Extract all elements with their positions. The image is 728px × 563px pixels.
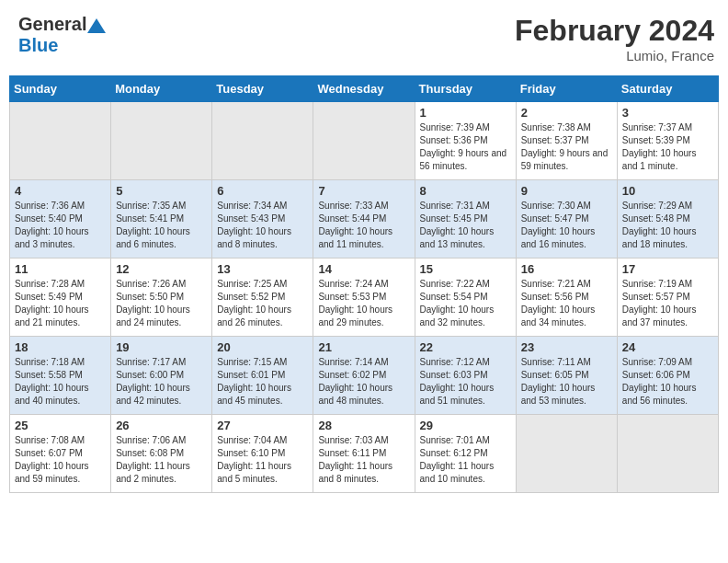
calendar-cell: 5 Sunrise: 7:35 AM Sunset: 5:41 PM Dayli… <box>111 180 212 259</box>
calendar-cell <box>617 415 718 493</box>
sunrise: Sunrise: 7:36 AM <box>15 201 85 211</box>
sunrise: Sunrise: 7:21 AM <box>521 279 591 289</box>
day-number: 5 <box>116 184 207 198</box>
calendar-cell: 25 Sunrise: 7:08 AM Sunset: 6:07 PM Dayl… <box>10 415 111 493</box>
day-info: Sunrise: 7:19 AM Sunset: 5:57 PM Dayligh… <box>622 278 713 329</box>
calendar-cell: 7 Sunrise: 7:33 AM Sunset: 5:44 PM Dayli… <box>313 180 415 259</box>
daylight: Daylight: 10 hours and 56 minutes. <box>622 383 697 406</box>
calendar-location: Lumio, France <box>515 48 714 63</box>
sunrise: Sunrise: 7:19 AM <box>622 279 692 289</box>
calendar-cell: 21 Sunrise: 7:14 AM Sunset: 6:02 PM Dayl… <box>313 337 415 415</box>
day-number: 18 <box>15 340 106 354</box>
sunset: Sunset: 6:11 PM <box>318 448 386 458</box>
sunset: Sunset: 5:50 PM <box>116 292 184 302</box>
calendar-cell: 16 Sunrise: 7:21 AM Sunset: 5:56 PM Dayl… <box>516 259 617 337</box>
calendar-cell: 23 Sunrise: 7:11 AM Sunset: 6:05 PM Dayl… <box>516 337 617 415</box>
daylight: Daylight: 11 hours and 10 minutes. <box>420 461 495 484</box>
day-number: 26 <box>116 419 207 432</box>
calendar-cell: 2 Sunrise: 7:38 AM Sunset: 5:37 PM Dayli… <box>516 102 617 180</box>
sunset: Sunset: 5:47 PM <box>521 213 589 224</box>
day-info: Sunrise: 7:18 AM Sunset: 5:58 PM Dayligh… <box>15 356 106 408</box>
day-info: Sunrise: 7:22 AM Sunset: 5:54 PM Dayligh… <box>420 278 511 329</box>
day-info: Sunrise: 7:30 AM Sunset: 5:47 PM Dayligh… <box>521 200 612 251</box>
day-info: Sunrise: 7:24 AM Sunset: 5:53 PM Dayligh… <box>318 278 409 329</box>
sunrise: Sunrise: 7:29 AM <box>622 201 692 211</box>
sunset: Sunset: 5:58 PM <box>15 370 83 380</box>
calendar-row-4: 25 Sunrise: 7:08 AM Sunset: 6:07 PM Dayl… <box>10 415 719 493</box>
sunset: Sunset: 5:56 PM <box>521 292 589 302</box>
sunrise: Sunrise: 7:03 AM <box>318 435 388 445</box>
sunset: Sunset: 6:12 PM <box>420 448 488 458</box>
day-number: 27 <box>217 419 308 432</box>
day-number: 11 <box>15 262 106 276</box>
page-header: General Blue February 2024 Lumio, France <box>9 9 719 68</box>
calendar-cell: 4 Sunrise: 7:36 AM Sunset: 5:40 PM Dayli… <box>10 180 111 259</box>
calendar-cell <box>212 102 313 180</box>
day-number: 15 <box>420 262 511 276</box>
logo-icon <box>87 18 106 33</box>
calendar-cell: 3 Sunrise: 7:37 AM Sunset: 5:39 PM Dayli… <box>617 102 718 180</box>
sunrise: Sunrise: 7:09 AM <box>622 357 692 367</box>
day-info: Sunrise: 7:15 AM Sunset: 6:01 PM Dayligh… <box>217 356 308 408</box>
daylight: Daylight: 10 hours and 48 minutes. <box>318 383 392 406</box>
sunset: Sunset: 5:53 PM <box>318 292 386 302</box>
daylight: Daylight: 10 hours and 18 minutes. <box>622 226 697 249</box>
daylight: Daylight: 10 hours and 37 minutes. <box>622 304 697 327</box>
sunset: Sunset: 6:05 PM <box>521 370 589 380</box>
calendar-row-3: 18 Sunrise: 7:18 AM Sunset: 5:58 PM Dayl… <box>10 337 719 415</box>
daylight: Daylight: 10 hours and 59 minutes. <box>15 461 89 484</box>
day-number: 17 <box>622 262 713 276</box>
daylight: Daylight: 10 hours and 51 minutes. <box>420 383 495 406</box>
daylight: Daylight: 11 hours and 8 minutes. <box>318 461 392 484</box>
daylight: Daylight: 10 hours and 26 minutes. <box>217 304 291 327</box>
day-info: Sunrise: 7:31 AM Sunset: 5:45 PM Dayligh… <box>420 200 511 251</box>
sunset: Sunset: 6:10 PM <box>217 448 285 458</box>
sunrise: Sunrise: 7:12 AM <box>420 357 490 367</box>
logo: General Blue <box>18 14 106 56</box>
sunset: Sunset: 6:07 PM <box>15 448 83 458</box>
calendar-row-2: 11 Sunrise: 7:28 AM Sunset: 5:49 PM Dayl… <box>10 259 719 337</box>
day-number: 21 <box>318 340 409 354</box>
day-number: 12 <box>116 262 207 276</box>
calendar-cell: 29 Sunrise: 7:01 AM Sunset: 6:12 PM Dayl… <box>415 415 516 493</box>
sunrise: Sunrise: 7:26 AM <box>116 279 186 289</box>
sunrise: Sunrise: 7:35 AM <box>116 201 186 211</box>
sunset: Sunset: 5:49 PM <box>15 292 83 302</box>
calendar-cell: 13 Sunrise: 7:25 AM Sunset: 5:52 PM Dayl… <box>212 259 313 337</box>
sunrise: Sunrise: 7:24 AM <box>318 279 388 289</box>
sunset: Sunset: 6:08 PM <box>116 448 184 458</box>
sunrise: Sunrise: 7:33 AM <box>318 201 388 211</box>
calendar-table: Sunday Monday Tuesday Wednesday Thursday… <box>9 75 719 493</box>
sunrise: Sunrise: 7:28 AM <box>15 279 85 289</box>
calendar-cell: 18 Sunrise: 7:18 AM Sunset: 5:58 PM Dayl… <box>10 337 111 415</box>
sunset: Sunset: 6:06 PM <box>622 370 690 380</box>
header-wednesday: Wednesday <box>313 76 415 102</box>
day-info: Sunrise: 7:39 AM Sunset: 5:36 PM Dayligh… <box>420 121 511 173</box>
daylight: Daylight: 10 hours and 16 minutes. <box>521 226 596 249</box>
day-number: 9 <box>521 184 612 198</box>
day-number: 4 <box>15 184 106 198</box>
day-number: 28 <box>318 419 409 432</box>
calendar-row-1: 4 Sunrise: 7:36 AM Sunset: 5:40 PM Dayli… <box>10 180 719 259</box>
daylight: Daylight: 10 hours and 13 minutes. <box>420 226 495 249</box>
calendar-cell: 6 Sunrise: 7:34 AM Sunset: 5:43 PM Dayli… <box>212 180 313 259</box>
day-number: 6 <box>217 184 308 198</box>
weekday-header-row: Sunday Monday Tuesday Wednesday Thursday… <box>10 76 719 102</box>
day-info: Sunrise: 7:08 AM Sunset: 6:07 PM Dayligh… <box>15 434 106 486</box>
calendar-cell: 10 Sunrise: 7:29 AM Sunset: 5:48 PM Dayl… <box>617 180 718 259</box>
daylight: Daylight: 10 hours and 11 minutes. <box>318 226 392 249</box>
daylight: Daylight: 10 hours and 45 minutes. <box>217 383 291 406</box>
calendar-cell: 20 Sunrise: 7:15 AM Sunset: 6:01 PM Dayl… <box>212 337 313 415</box>
daylight: Daylight: 11 hours and 5 minutes. <box>217 461 291 484</box>
calendar-cell: 27 Sunrise: 7:04 AM Sunset: 6:10 PM Dayl… <box>212 415 313 493</box>
day-info: Sunrise: 7:38 AM Sunset: 5:37 PM Dayligh… <box>521 121 612 173</box>
daylight: Daylight: 10 hours and 6 minutes. <box>116 226 190 249</box>
calendar-cell: 14 Sunrise: 7:24 AM Sunset: 5:53 PM Dayl… <box>313 259 415 337</box>
day-number: 8 <box>420 184 511 198</box>
sunset: Sunset: 5:44 PM <box>318 213 386 224</box>
day-number: 20 <box>217 340 308 354</box>
calendar-cell: 9 Sunrise: 7:30 AM Sunset: 5:47 PM Dayli… <box>516 180 617 259</box>
header-sunday: Sunday <box>10 76 111 102</box>
day-number: 19 <box>116 340 207 354</box>
day-info: Sunrise: 7:28 AM Sunset: 5:49 PM Dayligh… <box>15 278 106 329</box>
